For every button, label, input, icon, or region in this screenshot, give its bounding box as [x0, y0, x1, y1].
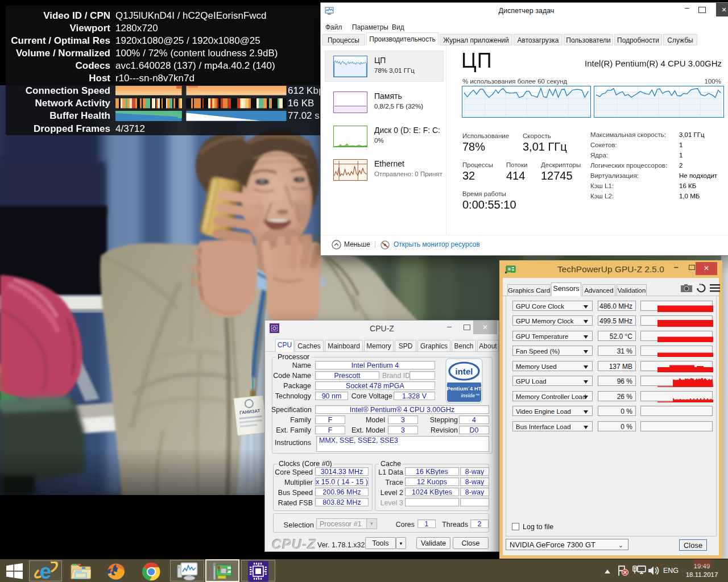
- svg-text:inside™: inside™: [461, 393, 479, 398]
- svg-text:intel: intel: [456, 367, 473, 376]
- svg-text:Pentium´4 HT: Pentium´4 HT: [446, 385, 481, 392]
- svg-text:e: e: [40, 562, 52, 581]
